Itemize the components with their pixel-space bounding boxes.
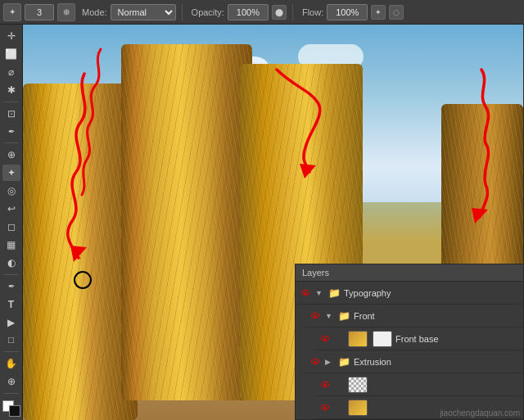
lasso-tool[interactable]: ⌀ (2, 64, 20, 80)
brush-cursor (74, 271, 92, 289)
brush-tool[interactable]: ✦ (2, 165, 20, 181)
layer-visibility-toggle[interactable] (318, 401, 332, 414)
eye-icon (321, 404, 329, 410)
hand-tool[interactable]: ✋ (2, 355, 20, 372)
top-toolbar: ✦ 3 ⊕ Mode: Normal Opacity: 100% ⬤ Flow:… (0, 0, 524, 25)
hay-strands-mid (121, 44, 252, 400)
type-tool[interactable]: T (2, 296, 20, 313)
layer-row[interactable]: ▶ 📁 Extrusion (305, 350, 523, 373)
layers-panel: Layers ▼ 📁 Typography ▼ 📁 Front (295, 264, 524, 420)
tool-separator5 (4, 393, 19, 394)
move-tool[interactable]: ✛ (2, 28, 20, 44)
smoothing-icon[interactable]: ◌ (389, 5, 404, 20)
folder-icon: 📁 (328, 287, 341, 299)
folder-icon: 📁 (338, 356, 350, 368)
layer-mask-thumbnail (373, 331, 392, 347)
eye-icon (311, 359, 319, 364)
tool-separator2 (4, 142, 19, 143)
color-swatches[interactable] (2, 400, 20, 417)
layer-thumbnail (348, 377, 368, 393)
layer-row[interactable]: Front base (315, 327, 523, 350)
quick-select-tool[interactable]: ✱ (2, 82, 20, 98)
hay-bale-middle (121, 44, 252, 400)
heal-tool[interactable]: ⊕ (2, 147, 20, 163)
tool-separator (4, 102, 19, 102)
layer-visibility-toggle[interactable] (318, 378, 332, 391)
layer-name: Typography (344, 288, 520, 298)
pen-tool[interactable]: ✒ (2, 278, 20, 295)
blur-tool[interactable]: ◐ (2, 255, 20, 271)
folder-icon: 📁 (338, 310, 350, 322)
layer-name: Front base (395, 334, 520, 344)
gradient-tool[interactable]: ▦ (2, 237, 20, 253)
hay-bale-left (23, 84, 138, 420)
layer-thumbnail (348, 400, 368, 416)
tool-separator3 (4, 274, 19, 275)
clone-tool[interactable]: ◎ (2, 183, 20, 199)
layer-row[interactable]: ▼ 📁 Front (305, 305, 523, 327)
layer-expand-icon[interactable]: ▼ (315, 289, 325, 297)
layers-title: Layers (302, 268, 329, 278)
opacity-input[interactable]: 100% (228, 4, 269, 20)
layers-panel-header: Layers (296, 264, 523, 282)
mode-dropdown[interactable]: Normal (111, 4, 176, 20)
crop-tool[interactable]: ⊡ (2, 106, 20, 122)
toolbar-separator2 (292, 4, 293, 20)
layer-row[interactable] (315, 373, 523, 396)
eye-icon (321, 382, 329, 387)
history-brush-tool[interactable]: ↩ (2, 201, 20, 217)
opacity-label: Opacity: (192, 7, 224, 17)
opacity-icon[interactable]: ⬤ (272, 5, 287, 20)
hay-strands-left (23, 84, 138, 420)
brush-options-icon[interactable]: ✦ (3, 3, 21, 21)
layer-visibility-toggle[interactable] (309, 309, 322, 323)
mode-label: Mode: (82, 7, 107, 17)
marquee-tool[interactable]: ⬜ (2, 46, 20, 62)
tool-separator4 (4, 351, 19, 352)
eye-icon (311, 313, 319, 318)
brush-preset-icon[interactable]: ⊕ (57, 3, 75, 21)
watermark-text: jiaochengdaquan.com (440, 409, 520, 418)
layer-expand-icon[interactable]: ▶ (325, 358, 335, 366)
toolbar-separator (182, 4, 183, 20)
left-toolbar: ✛ ⬜ ⌀ ✱ ⊡ ✒ ⊕ ✦ ◎ ↩ ◻ ▦ ◐ ✒ T ▶ □ ✋ ⊕ (0, 25, 23, 420)
airbrush-icon[interactable]: ✦ (371, 5, 386, 20)
layer-visibility-toggle[interactable] (318, 332, 332, 345)
layer-row[interactable]: ▼ 📁 Typography (296, 282, 523, 305)
layer-name: Front (354, 311, 520, 321)
layer-visibility-toggle[interactable] (299, 287, 312, 300)
flow-label: Flow: (302, 7, 323, 17)
layer-name: Extrusion (354, 357, 520, 367)
shape-tool[interactable]: □ (2, 332, 20, 348)
eraser-tool[interactable]: ◻ (2, 219, 20, 235)
layer-expand-icon[interactable]: ▼ (325, 312, 335, 320)
path-select-tool[interactable]: ▶ (2, 314, 20, 331)
eyedropper-tool[interactable]: ✒ (2, 124, 20, 140)
zoom-tool[interactable]: ⊕ (2, 373, 20, 390)
layer-visibility-toggle[interactable] (309, 355, 322, 368)
brush-size-input[interactable]: 3 (25, 4, 54, 20)
flow-input[interactable]: 100% (327, 4, 368, 20)
main-area: ✛ ⬜ ⌀ ✱ ⊡ ✒ ⊕ ✦ ◎ ↩ ◻ ▦ ◐ ✒ T ▶ □ ✋ ⊕ (0, 25, 524, 420)
eye-icon (301, 290, 309, 296)
layer-thumbnail (348, 331, 368, 347)
foreground-swatch[interactable] (9, 405, 20, 417)
eye-icon (321, 336, 329, 341)
canvas-area[interactable]: Layers ▼ 📁 Typography ▼ 📁 Front (23, 25, 524, 420)
